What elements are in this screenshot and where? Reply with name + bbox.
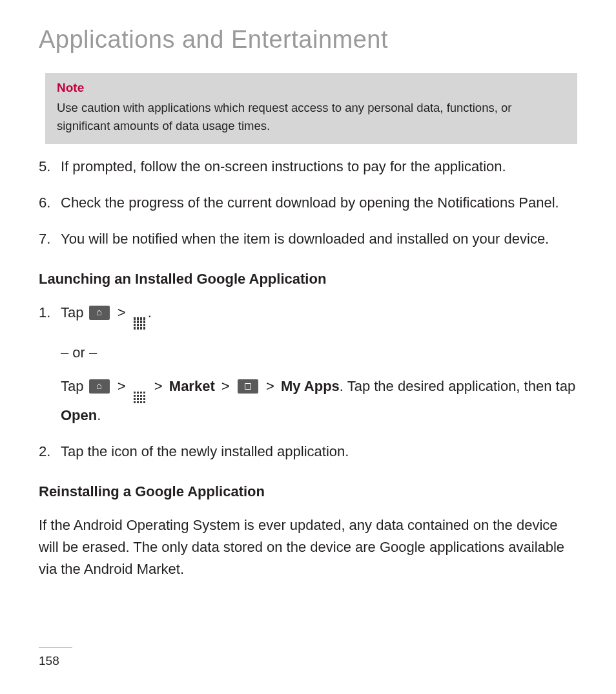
note-body: Use caution with applications which requ… [57, 99, 566, 135]
separator-gt: > [118, 378, 126, 394]
myapps-label: My Apps [281, 378, 340, 394]
page-title: Applications and Entertainment [39, 26, 577, 54]
note-box: Note Use caution with applications which… [45, 73, 577, 144]
launching-step-1: Tap > . – or – Tap > > Market > > My App… [39, 302, 577, 426]
menu-icon [238, 379, 258, 394]
launching-steps: Tap > . – or – Tap > > Market > > My App… [39, 302, 577, 463]
alt-tail: . Tap the desired application, then tap [340, 378, 575, 394]
period: . [148, 304, 152, 321]
alt-lead: Tap [61, 378, 88, 394]
market-label: Market [169, 378, 215, 394]
page-number: 158 [39, 654, 59, 668]
reinstalling-heading: Reinstalling a Google Application [39, 483, 577, 500]
document-page: Applications and Entertainment Note Use … [0, 0, 616, 580]
step1-lead: Tap [61, 304, 88, 321]
step-5: If prompted, follow the on-screen instru… [39, 156, 577, 178]
period: . [97, 407, 101, 423]
note-heading: Note [57, 81, 566, 95]
separator-gt: > [154, 378, 163, 394]
or-text: – or – [61, 342, 577, 364]
alt-path: Tap > > Market > > My Apps. Tap the desi… [61, 375, 577, 426]
step-7: You will be notified when the item is do… [39, 228, 577, 250]
separator-gt: > [118, 304, 126, 321]
page-footer: 158 [39, 647, 72, 668]
home-icon [89, 306, 110, 320]
steps-continued: If prompted, follow the on-screen instru… [39, 156, 577, 250]
separator-gt: > [266, 378, 274, 394]
app-grid-icon [134, 317, 147, 330]
launching-step-2: Tap the icon of the newly installed appl… [39, 441, 577, 463]
open-label: Open [61, 407, 97, 423]
step-6: Check the progress of the current downlo… [39, 192, 577, 214]
reinstalling-para: If the Android Operating System is ever … [39, 514, 577, 580]
home-icon [89, 379, 110, 394]
footer-rule [39, 647, 72, 647]
launching-heading: Launching an Installed Google Applicatio… [39, 271, 577, 288]
separator-gt: > [221, 378, 230, 394]
app-grid-icon [134, 392, 147, 405]
